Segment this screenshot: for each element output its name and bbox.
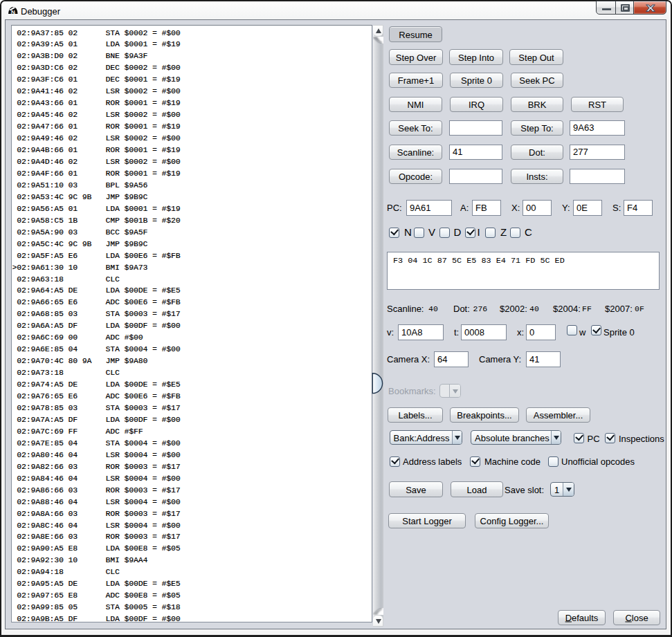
svg-text:N: N xyxy=(11,9,15,15)
